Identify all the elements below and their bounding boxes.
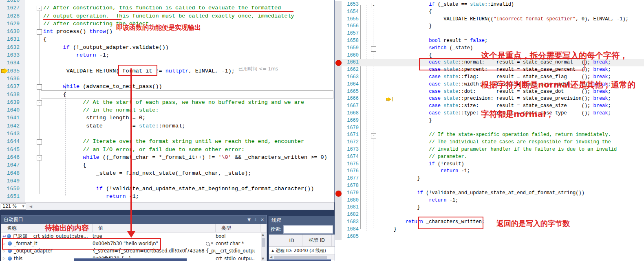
code-line-1643[interactable]: 1643 — [0, 130, 334, 138]
code-line-1626[interactable]: 1626 — [0, 0, 334, 4]
breakpoint-margin[interactable] — [335, 204, 342, 211]
breakpoint-margin[interactable] — [335, 161, 342, 168]
fold-margin[interactable] — [25, 59, 43, 67]
window-menu-icon[interactable]: ▼ — [247, 217, 251, 222]
code-text[interactable]: if (!validate_and_update_state_at_end_of… — [382, 190, 584, 197]
fold-margin[interactable] — [25, 161, 43, 169]
breakpoint-margin[interactable] — [335, 88, 342, 96]
breakpoint-margin[interactable] — [335, 132, 342, 139]
fold-margin[interactable] — [25, 106, 43, 114]
code-text[interactable]: return -1; — [43, 193, 139, 200]
breakpoint-margin[interactable] — [335, 1, 342, 9]
code-text[interactable]: if (!validate_and_update_state_at_beginn… — [43, 185, 314, 193]
breakpoint-margin[interactable] — [335, 175, 342, 182]
breakpoint-margin[interactable] — [335, 16, 342, 23]
code-line-1654[interactable]: 1654 { — [335, 9, 644, 16]
breakpoint-margin[interactable] — [335, 219, 342, 226]
breakpoint-margin[interactable] — [335, 125, 342, 132]
breakpoint-margin[interactable] — [335, 110, 342, 117]
fold-collapse-icon[interactable]: - — [37, 100, 42, 105]
fold-margin[interactable] — [363, 161, 382, 168]
scrollbar-thumb[interactable] — [262, 238, 265, 247]
code-text[interactable]: // At the start of each pass, we have no… — [43, 99, 304, 106]
code-text[interactable]: return -1; — [43, 51, 109, 59]
code-text[interactable]: if (_state == state::invalid) — [382, 1, 514, 9]
code-text[interactable]: // in the normal state: — [43, 106, 159, 114]
code-text[interactable]: _state = find_next_state(_format_char, _… — [43, 169, 251, 177]
code-text[interactable]: while ((_format_char = *_format_it++) !=… — [43, 154, 327, 161]
code-line-1672[interactable]: 1672 // The individual state cases are r… — [335, 139, 644, 146]
fold-margin[interactable] — [363, 74, 382, 81]
pin-icon[interactable]: ⊥ — [254, 217, 258, 222]
code-text[interactable]: switch (_state) — [382, 45, 473, 52]
fold-margin[interactable] — [25, 169, 43, 177]
breakpoint-margin[interactable] — [335, 74, 342, 81]
fold-margin[interactable] — [363, 103, 382, 110]
fold-margin[interactable] — [25, 185, 43, 193]
fold-margin[interactable] — [25, 75, 43, 83]
fold-margin[interactable] — [25, 114, 43, 122]
code-text[interactable]: return -1; — [382, 168, 470, 175]
visualizer-magnifier-icon[interactable]: ▼ — [206, 242, 213, 246]
column-header-id[interactable]: ID — [281, 235, 302, 246]
fold-margin[interactable] — [25, 51, 43, 59]
fold-margin[interactable] — [363, 59, 382, 66]
code-text[interactable]: _VALIDATE_RETURN(("Incorrect format spec… — [382, 16, 629, 23]
fold-margin[interactable] — [363, 219, 382, 226]
code-line-1631[interactable]: 1631{ — [0, 35, 334, 43]
code-text[interactable]: } — [382, 175, 420, 182]
breakpoint-margin[interactable] — [335, 211, 342, 219]
breakpoint-icon[interactable] — [335, 60, 342, 66]
fold-collapse-icon[interactable]: - — [37, 139, 42, 145]
zoom-level-dropdown[interactable]: 121 % ▼ — [1, 203, 26, 210]
breakpoint-margin[interactable] — [335, 146, 342, 154]
fold-margin[interactable] — [363, 204, 382, 211]
code-line-1634[interactable]: 1634 — [0, 59, 334, 67]
code-line-1685[interactable]: 1685 — [335, 233, 644, 241]
fold-margin[interactable] — [363, 16, 382, 23]
code-line-1644[interactable]: 1644- // Iterate over the format string … — [0, 138, 334, 145]
code-line-1635[interactable]: 1635 _VALIDATE_RETURN(_format_it != null… — [0, 67, 334, 75]
code-line-1651[interactable]: 1651 return -1; — [0, 193, 334, 200]
fold-margin[interactable] — [25, 20, 43, 28]
fold-margin[interactable] — [363, 95, 382, 103]
fold-collapse-icon[interactable]: - — [37, 155, 42, 160]
fold-margin[interactable] — [363, 37, 382, 45]
fold-margin[interactable] — [363, 168, 382, 175]
fold-margin[interactable] — [25, 44, 43, 51]
collapse-caret-icon[interactable]: ▲ — [271, 249, 274, 252]
breakpoint-margin[interactable] — [335, 103, 342, 110]
fold-margin[interactable]: - — [25, 99, 43, 106]
breakpoint-margin[interactable] — [335, 154, 342, 161]
code-line-1647[interactable]: 1647 { — [0, 161, 334, 169]
breakpoint-margin[interactable] — [335, 168, 342, 175]
fold-margin[interactable] — [363, 110, 382, 117]
code-line-1636[interactable]: 1636 — [0, 75, 334, 83]
breakpoint-margin[interactable] — [335, 233, 342, 241]
column-header-managed-id[interactable]: 托管 ID — [302, 235, 332, 246]
close-icon[interactable]: × — [261, 217, 264, 222]
code-line-1653[interactable]: 1653- if (_state == state::invalid) — [335, 1, 644, 9]
code-text[interactable]: { — [382, 9, 432, 16]
fold-collapse-icon[interactable]: - — [371, 3, 376, 8]
fold-margin[interactable]: - — [363, 132, 382, 139]
code-line-1642[interactable]: 1642 _state = state::normal; — [0, 122, 334, 130]
code-line-1656[interactable]: 1656 } — [335, 23, 644, 30]
fold-margin[interactable]: - — [25, 83, 43, 90]
breakpoint-margin[interactable] — [335, 226, 342, 233]
fold-margin[interactable]: - — [25, 28, 43, 35]
fold-collapse-icon[interactable]: - — [37, 6, 42, 11]
code-text[interactable]: // parameter. — [382, 154, 467, 161]
column-header-type[interactable]: 类型 — [216, 224, 260, 232]
fold-margin[interactable] — [363, 182, 382, 190]
code-line-1646[interactable]: 1646- while ((_format_char = *_format_it… — [0, 154, 334, 161]
breakpoint-margin[interactable] — [335, 117, 342, 125]
code-line-1682[interactable]: 1682 — [335, 211, 644, 219]
fold-margin[interactable] — [25, 67, 43, 75]
fold-margin[interactable] — [363, 81, 382, 88]
code-text[interactable]: } — [382, 23, 432, 30]
breakpoint-margin[interactable] — [335, 139, 342, 146]
fold-collapse-icon[interactable]: - — [37, 29, 42, 35]
code-line-1650[interactable]: 1650 if (!validate_and_update_state_at_b… — [0, 185, 334, 193]
breakpoint-margin[interactable] — [335, 182, 342, 190]
